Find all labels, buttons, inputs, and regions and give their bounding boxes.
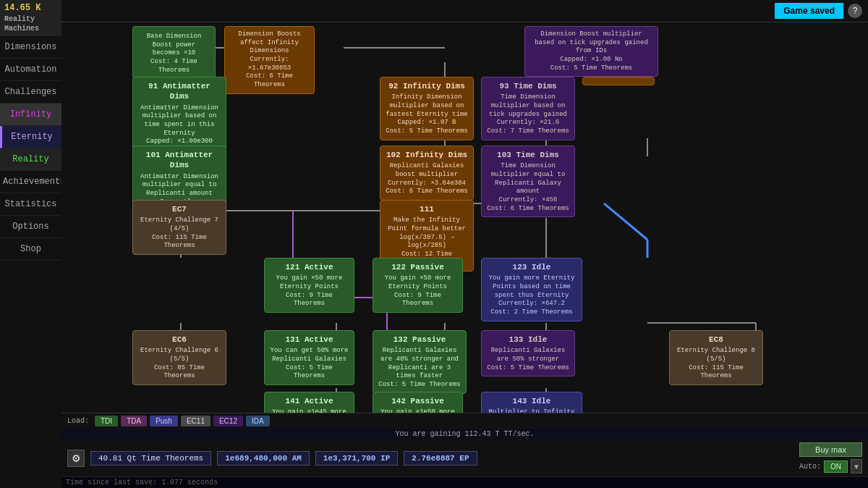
sidebar-item-shop[interactable]: Shop [0,238,61,261]
main-content: Game saved ? [61,0,868,488]
card-142pass-title: 142 Passive [378,396,457,406]
load-tda-button[interactable]: TDA [121,416,147,426]
card-top-right[interactable] [582,77,655,85]
gaining-text: You are gaining 112.43 T TT/sec. [395,430,534,438]
card-102inf-title: 102 Infinity Dims [386,150,468,160]
load-ec11-button[interactable]: EC11 [181,416,210,426]
card-141act[interactable]: 141 Active You gain ×1e45 more Infinity … [264,392,354,413]
antimatter-display: 1e689,480,000 AM [217,451,310,466]
tree-container: Base Dimension Boost power becomes ×10Co… [61,22,857,413]
card-ec8-body: Eternity Challenge 8 (5/5)Cost: 115 Time… [675,347,757,381]
card-133idle[interactable]: 133 Idle Replicanti Galaxies are 50% str… [481,330,575,376]
card-ec6[interactable]: EC6 Eternity Challenge 6 (5/5)Cost: 85 T… [132,330,226,385]
card-142pass-body: You gain ×1e50 more Infinity PointsCost:… [378,408,457,413]
card-141act-title: 141 Active [270,396,349,406]
card-93time-body: Time Dimension multiplier based on tick … [487,93,569,135]
ip-value: 1e3,371,700 IP [323,454,390,463]
card-top3-body: Dimension Boost multiplier based on tick… [530,30,652,72]
ep-display: 2.76e8887 EP [404,451,477,466]
card-132pass-body: Replicanti Galaxies are 40% stronger and… [378,347,461,389]
card-ec7-title: EC7 [138,204,221,214]
card-131act[interactable]: 131 Active You can get 50% more Replican… [264,330,354,385]
card-ec8-title: EC8 [675,335,757,345]
card-133idle-body: Replicanti Galaxies are 50% strongerCost… [487,347,569,372]
card-131act-title: 131 Active [270,335,349,345]
card-91am-title: 91 Antimatter Dims [138,81,221,102]
gaining-row: You are gaining 112.43 T TT/sec. [61,429,868,439]
card-132pass-title: 132 Passive [378,335,461,345]
sidebar-item-reality[interactable]: Reality [0,148,61,171]
card-92inf-title: 92 Infinity Dims [386,81,468,91]
card-123idle-body: You gain more Eternity Points based on t… [487,274,576,316]
buy-max-button[interactable]: Buy max [799,442,862,457]
card-ec7[interactable]: EC7 Eternity Challenge 7 (4/5)Cost: 115 … [132,200,226,255]
top-bar: Game saved ? [61,0,868,22]
game-saved-button[interactable]: Game saved [775,3,843,19]
dropdown-button[interactable]: ▼ [851,459,862,474]
card-102inf[interactable]: 102 Infinity Dims Replicanti Galaxies bo… [380,146,474,201]
card-103time-title: 103 Time Dims [487,150,569,160]
sidebar-item-infinity[interactable]: Infinity [0,104,61,126]
card-92inf-body: Infinity Dimension multiplier based on f… [386,93,468,135]
card-ec6-title: EC6 [138,335,221,345]
card-top1-body: Base Dimension Boost power becomes ×10Co… [138,33,210,75]
load-tdi-button[interactable]: TDI [95,416,118,426]
reality-machines-amount: 14.65 K [4,3,57,14]
card-122pass-body: You gain ×50 more Eternity PointsCost: 9… [378,274,457,308]
card-121act-title: 121 Active [270,262,349,272]
machines-label: Machines [4,24,57,33]
gear-button[interactable]: ⚙ [67,450,85,467]
auto-on-button[interactable]: ON [824,460,848,473]
tree-area[interactable]: Base Dimension Boost power becomes ×10Co… [61,22,868,413]
theorems-value: 40.81 Qt Time Theorems [98,454,203,463]
card-142pass[interactable]: 142 Passive You gain ×1e50 more Infinity… [373,392,463,413]
sidebar-item-achievements[interactable]: Achievements [0,171,61,193]
auto-row: Auto: ON ▼ [799,459,862,474]
sidebar-item-eternity[interactable]: Eternity [0,126,61,148]
load-push-button[interactable]: Push [150,416,178,426]
card-103time-body: Time Dimension multiplier equal to Repli… [487,162,569,213]
auto-label: Auto: [799,463,821,471]
resources-row: ⚙ 40.81 Qt Time Theorems 1e689,480,000 A… [61,439,868,476]
load-row: Load: TDI TDA Push EC11 EC12 IDA [61,413,868,429]
card-122pass-title: 122 Passive [378,262,457,272]
help-button[interactable]: ? [848,4,862,18]
card-121act-body: You gain ×50 more Eternity PointsCost: 9… [270,274,349,308]
card-102inf-body: Replicanti Galaxies boost multiplierCurr… [386,162,468,196]
load-label: Load: [67,417,89,425]
sidebar: 14.65 K Reality Machines Dimensions Auto… [0,0,61,488]
load-ec12-button[interactable]: EC12 [213,416,243,426]
card-top1[interactable]: Base Dimension Boost power becomes ×10Co… [132,26,216,79]
card-133idle-title: 133 Idle [487,335,569,345]
card-121act[interactable]: 121 Active You gain ×50 more Eternity Po… [264,258,354,313]
card-131act-body: You can get 50% more Replicanti Galaxies… [270,347,349,381]
card-top3[interactable]: Dimension Boost multiplier based on tick… [524,26,658,77]
sidebar-item-statistics[interactable]: Statistics [0,193,61,216]
card-93time[interactable]: 93 Time Dims Time Dimension multiplier b… [481,77,575,140]
card-111-title: 111 [386,204,468,214]
card-122pass[interactable]: 122 Passive You gain ×50 more Eternity P… [373,258,463,313]
sidebar-item-dimensions[interactable]: Dimensions [0,36,61,59]
sidebar-header: 14.65 K Reality Machines [0,0,61,36]
card-143idle[interactable]: 143 Idle Multiplier to Infinity Points, … [481,392,582,413]
card-ec6-body: Eternity Challenge 6 (5/5)Cost: 85 Time … [138,347,221,381]
sidebar-item-options[interactable]: Options [0,216,61,238]
load-ida-button[interactable]: IDA [246,416,270,426]
card-103time[interactable]: 103 Time Dims Time Dimension multiplier … [481,146,575,217]
card-top2-body: Dimension Boosts affect Infinity Dimensi… [230,30,309,90]
card-123idle[interactable]: 123 Idle You gain more Eternity Points b… [481,258,582,321]
theorems-display: 40.81 Qt Time Theorems [90,451,211,466]
card-132pass[interactable]: 132 Passive Replicanti Galaxies are 40% … [373,330,467,394]
card-92inf[interactable]: 92 Infinity Dims Infinity Dimension mult… [380,77,474,140]
card-ec8[interactable]: EC8 Eternity Challenge 8 (5/5)Cost: 115 … [669,330,763,385]
card-93time-title: 93 Time Dims [487,81,569,91]
card-123idle-title: 123 Idle [487,262,576,272]
card-top2[interactable]: Dimension Boosts affect Infinity Dimensi… [224,26,315,94]
status-text: Time since last save: 1.077 seconds [66,479,218,487]
sidebar-item-automation[interactable]: Automation [0,59,61,81]
card-141act-body: You gain ×1e45 more Infinity PointsCost:… [270,408,349,413]
card-101am-title: 101 Antimatter Dims [138,150,221,171]
card-ec7-body: Eternity Challenge 7 (4/5)Cost: 115 Time… [138,216,221,251]
card-143idle-title: 143 Idle [487,396,576,406]
sidebar-item-challenges[interactable]: Challenges [0,81,61,104]
